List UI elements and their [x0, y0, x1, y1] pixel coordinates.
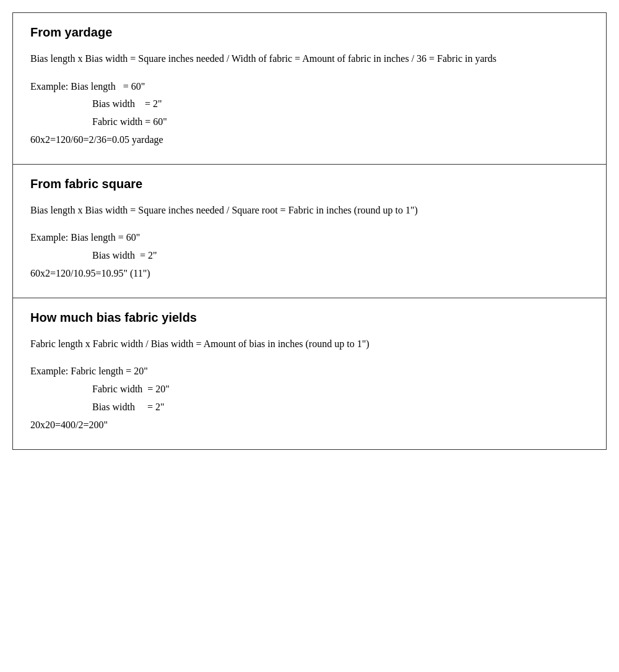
section-title-from-fabric-square: From fabric square [30, 177, 589, 191]
section-example-how-much-bias: Example: Fabric length = 20" Fabric widt… [30, 363, 589, 434]
example-bias-width-0: Bias width = 2" [92, 95, 162, 113]
section-formula-how-much-bias: Fabric length x Fabric width / Bias widt… [30, 336, 589, 352]
example-result-1: 60x2=120/10.95=10.95" (11") [30, 268, 150, 278]
example-bias-width-2: Bias width = 2" [92, 398, 164, 416]
example-result-0: 60x2=120/60=2/36=0.05 yardage [30, 134, 163, 145]
example-bias-width-1: Bias width = 2" [92, 247, 157, 265]
section-formula-from-fabric-square: Bias length x Bias width = Square inches… [30, 202, 589, 218]
example-label-1: Example: [30, 232, 68, 243]
example-result-2: 20x20=400/2=200" [30, 420, 108, 430]
example-fabric-width-2: Fabric width = 20" [92, 381, 170, 398]
example-fabric-length-2: Fabric length = 20" [68, 366, 147, 376]
section-from-fabric-square: From fabric square Bias length x Bias wi… [13, 165, 606, 298]
example-fabric-width-0: Fabric width = 60" [92, 113, 167, 131]
main-container: From yardage Bias length x Bias width = … [12, 12, 607, 450]
section-title-how-much-bias: How much bias fabric yields [30, 311, 589, 325]
section-how-much-bias: How much bias fabric yields Fabric lengt… [13, 298, 606, 449]
example-bias-length-1: Bias length = 60" [68, 232, 140, 243]
section-title-from-yardage: From yardage [30, 25, 589, 40]
example-label-2: Example: [30, 366, 68, 376]
example-label-0: Example: [30, 81, 68, 92]
section-formula-from-yardage: Bias length x Bias width = Square inches… [30, 51, 589, 67]
section-example-from-fabric-square: Example: Bias length = 60" Bias width = … [30, 229, 589, 282]
section-example-from-yardage: Example: Bias length = 60" Bias width = … [30, 78, 589, 149]
example-bias-length-0: Bias length = 60" [68, 81, 145, 92]
section-from-yardage: From yardage Bias length x Bias width = … [13, 13, 606, 165]
